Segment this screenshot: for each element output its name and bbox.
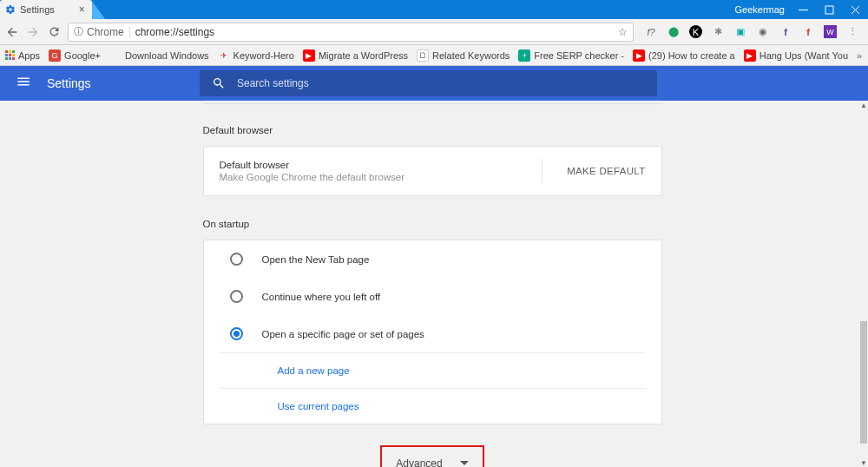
ext-icon[interactable]: ⬤ xyxy=(667,25,681,39)
ext-icon[interactable]: K xyxy=(689,25,702,38)
bookmark-star-icon[interactable]: ☆ xyxy=(618,26,628,38)
url-text: chrome://settings xyxy=(135,26,214,38)
close-icon[interactable]: × xyxy=(79,3,85,16)
tab-accent xyxy=(91,0,105,19)
reload-button[interactable] xyxy=(47,25,61,39)
startup-option-specific[interactable]: Open a specific page or set of pages xyxy=(204,315,661,352)
radio-icon xyxy=(230,327,243,340)
window-titlebar: Settings × Geekermag xyxy=(0,0,868,19)
ext-icon[interactable]: W xyxy=(824,25,837,38)
settings-content: Default browser Default browser Make Goo… xyxy=(0,101,859,467)
ext-icon[interactable]: ▣ xyxy=(733,25,747,39)
chevron-down-icon xyxy=(460,459,469,467)
startup-option-newtab[interactable]: Open the New Tab page xyxy=(204,240,661,278)
ext-icon[interactable]: f xyxy=(801,25,815,39)
advanced-toggle[interactable]: Advanced xyxy=(380,445,483,467)
ext-icon[interactable]: f xyxy=(779,25,792,39)
svg-rect-0 xyxy=(799,10,808,10)
browser-toolbar: ⓘ Chrome chrome://settings ☆ f? ⬤ K ✱ ▣ … xyxy=(0,19,868,45)
ext-icon[interactable]: f? xyxy=(644,25,658,39)
window-maximize-button[interactable] xyxy=(816,0,842,19)
section-label-startup: On startup xyxy=(203,219,662,229)
bookmark-item[interactable]: ▶Hang Ups (Want You xyxy=(744,49,848,62)
bookmark-item[interactable]: Download Windows xyxy=(109,49,209,62)
bookmark-item[interactable]: ▶Migrate a WordPress xyxy=(303,49,408,62)
bookmarks-bar: Apps GGoogle+ Download Windows ✈Keyword-… xyxy=(0,45,868,66)
search-placeholder: Search settings xyxy=(237,77,309,89)
site-info-icon[interactable]: ⓘ xyxy=(74,25,83,38)
bookmarks-overflow[interactable]: » xyxy=(857,50,865,61)
scroll-up-icon[interactable]: ▲ xyxy=(859,101,868,109)
scrollbar-thumb[interactable] xyxy=(860,321,867,444)
use-current-pages-link[interactable]: Use current pages xyxy=(220,388,646,424)
ext-icon[interactable]: ✱ xyxy=(711,25,725,39)
startup-card: Open the New Tab page Continue where you… xyxy=(203,240,662,424)
bookmark-item[interactable]: +Free SERP checker - xyxy=(518,49,624,62)
search-settings-input[interactable]: Search settings xyxy=(200,70,657,96)
hamburger-menu-button[interactable] xyxy=(16,74,31,93)
bookmark-item[interactable]: 🗋Related Keywords xyxy=(417,49,510,62)
scroll-down-icon[interactable]: ▼ xyxy=(859,458,868,467)
browser-tab[interactable]: Settings × xyxy=(0,0,92,19)
url-scheme: Chrome xyxy=(87,26,130,38)
default-browser-card: Default browser Make Google Chrome the d… xyxy=(203,146,662,196)
gear-icon xyxy=(5,4,16,15)
forward-button[interactable] xyxy=(26,25,40,39)
page-title: Settings xyxy=(47,76,91,90)
ext-icon[interactable]: ◉ xyxy=(756,25,770,39)
section-label-default-browser: Default browser xyxy=(203,125,662,135)
bookmark-item[interactable]: GGoogle+ xyxy=(49,49,101,62)
window-close-button[interactable] xyxy=(842,0,868,19)
tab-title: Settings xyxy=(20,4,55,15)
default-browser-sub: Make Google Chrome the default browser xyxy=(220,172,405,182)
make-default-button[interactable]: MAKE DEFAULT xyxy=(542,159,645,183)
default-browser-title: Default browser xyxy=(220,160,405,170)
search-icon xyxy=(212,76,226,90)
url-bar[interactable]: ⓘ Chrome chrome://settings ☆ xyxy=(68,23,634,42)
radio-icon xyxy=(230,290,243,303)
vertical-scrollbar[interactable]: ▲ ▼ xyxy=(859,101,868,467)
svg-rect-1 xyxy=(825,6,833,14)
startup-option-continue[interactable]: Continue where you left off xyxy=(204,278,661,315)
window-minimize-button[interactable] xyxy=(790,0,816,19)
window-app-name: Geekermag xyxy=(735,0,790,19)
radio-icon xyxy=(230,253,243,266)
bookmark-item[interactable]: ▶(29) How to create a xyxy=(633,49,735,62)
apps-button[interactable]: Apps xyxy=(5,50,40,61)
settings-header: Settings Search settings xyxy=(0,66,868,101)
add-new-page-link[interactable]: Add a new page xyxy=(220,352,646,388)
bookmark-item[interactable]: ✈Keyword-Hero xyxy=(218,49,294,62)
browser-menu-button[interactable]: ⋮ xyxy=(845,25,859,39)
back-button[interactable] xyxy=(5,25,19,39)
